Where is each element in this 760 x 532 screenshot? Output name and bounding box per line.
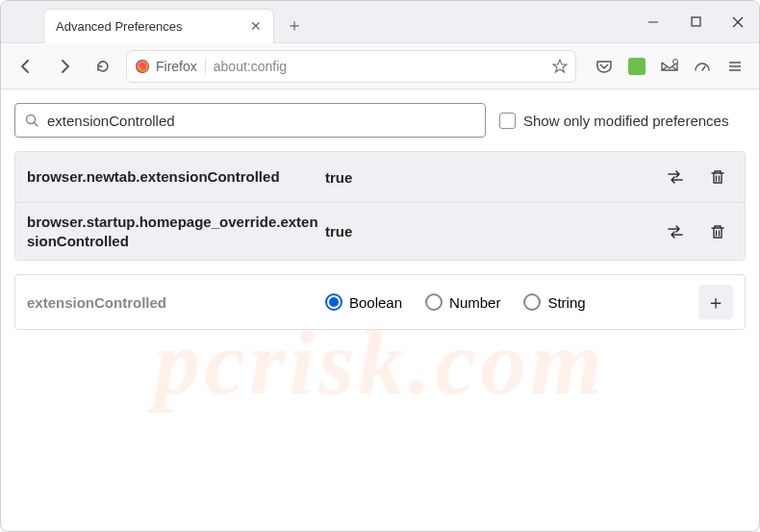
pref-value: true: [325, 223, 660, 240]
back-button[interactable]: [11, 51, 41, 82]
pref-row: browser.startup.homepage_override.extens…: [15, 203, 745, 260]
radio-icon: [425, 293, 443, 311]
extension-badge-icon[interactable]: [622, 52, 651, 81]
bookmark-star-icon[interactable]: [552, 59, 568, 74]
checkbox-icon: [499, 113, 516, 129]
show-modified-checkbox[interactable]: Show only modified preferences: [499, 113, 728, 129]
site-identity[interactable]: Firefox: [135, 59, 206, 74]
delete-button[interactable]: [702, 216, 733, 247]
pref-name: browser.newtab.extensionControlled: [27, 167, 325, 187]
add-button[interactable]: ＋: [698, 285, 733, 319]
tab-title: Advanced Preferences: [56, 19, 183, 34]
radio-icon: [325, 293, 342, 311]
forward-button[interactable]: [49, 51, 80, 82]
checkbox-label: Show only modified preferences: [523, 113, 728, 129]
svg-point-5: [673, 59, 678, 63]
toggle-button[interactable]: [660, 162, 691, 192]
new-pref-row: extensionControlled Boolean Number Strin…: [14, 274, 746, 330]
nav-bar: Firefox about:config: [1, 43, 759, 89]
pref-value: true: [325, 169, 660, 186]
new-tab-button[interactable]: ＋: [286, 13, 303, 37]
reload-button[interactable]: [88, 51, 118, 82]
search-icon: [25, 114, 39, 128]
pref-name: browser.startup.homepage_override.extens…: [27, 213, 325, 250]
radio-label: Boolean: [349, 294, 402, 311]
content-area: Show only modified preferences browser.n…: [1, 89, 759, 343]
identity-label: Firefox: [156, 59, 197, 74]
radio-boolean[interactable]: Boolean: [325, 293, 402, 311]
svg-line-10: [35, 122, 38, 126]
radio-string[interactable]: String: [523, 293, 585, 311]
radio-label: String: [547, 294, 585, 311]
window-controls: [632, 1, 759, 43]
menu-icon[interactable]: [721, 52, 749, 81]
mail-icon[interactable]: [655, 52, 684, 81]
pref-actions: [660, 162, 733, 192]
type-radio-group: Boolean Number String: [325, 293, 698, 311]
browser-tab[interactable]: Advanced Preferences ✕: [43, 9, 274, 43]
search-box[interactable]: [14, 103, 486, 138]
radio-label: Number: [449, 294, 500, 311]
toggle-button[interactable]: [660, 216, 691, 247]
svg-rect-1: [692, 17, 700, 26]
firefox-icon: [135, 59, 150, 74]
search-row: Show only modified preferences: [14, 103, 746, 138]
maximize-button[interactable]: [674, 1, 717, 43]
pref-actions: [660, 216, 733, 247]
close-tab-icon[interactable]: ✕: [250, 18, 262, 34]
close-window-button[interactable]: [717, 1, 759, 43]
toolbar-icons: [584, 52, 749, 81]
radio-icon: [523, 293, 541, 311]
url-bar[interactable]: Firefox about:config: [126, 50, 576, 83]
url-text: about:config: [214, 59, 545, 74]
pref-row: browser.newtab.extensionControlled true: [15, 152, 745, 203]
radio-number[interactable]: Number: [425, 293, 500, 311]
dashboard-icon[interactable]: [688, 52, 717, 81]
preferences-table: browser.newtab.extensionControlled true …: [14, 151, 746, 261]
minimize-button[interactable]: [632, 1, 674, 43]
search-input[interactable]: [47, 113, 475, 129]
pocket-icon[interactable]: [590, 52, 619, 81]
title-bar: Advanced Preferences ✕ ＋: [1, 1, 759, 43]
delete-button[interactable]: [702, 162, 733, 192]
browser-window: Advanced Preferences ✕ ＋: [0, 0, 760, 532]
new-pref-name: extensionControlled: [27, 294, 325, 311]
